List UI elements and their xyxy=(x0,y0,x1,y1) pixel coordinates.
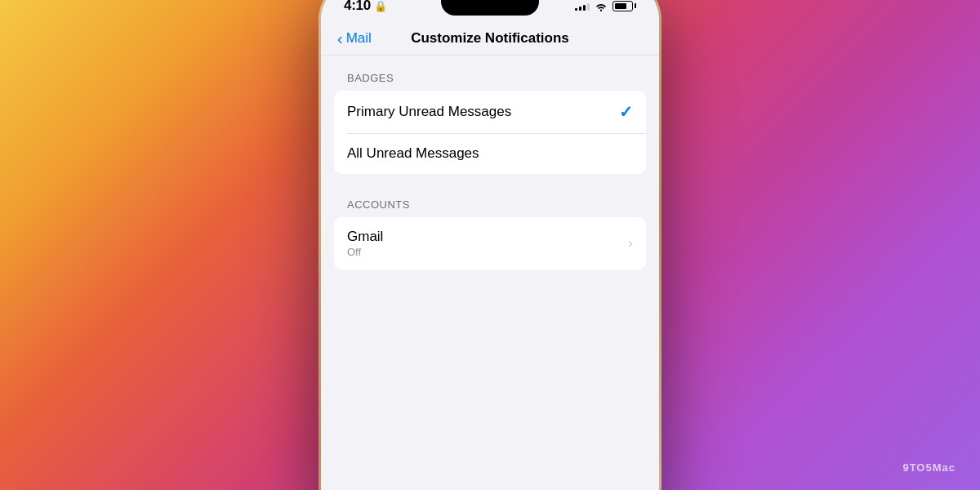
all-unread-label: All Unread Messages xyxy=(347,145,479,162)
battery-fill xyxy=(615,3,626,9)
primary-unread-item[interactable]: Primary Unread Messages ✓ xyxy=(334,91,646,133)
status-right-icons xyxy=(575,1,636,11)
nav-bar: ‹ Mail Customize Notifications xyxy=(321,22,659,56)
all-unread-item[interactable]: All Unread Messages xyxy=(334,133,646,174)
gmail-subtitle: Off xyxy=(347,246,383,258)
back-label: Mail xyxy=(346,30,372,47)
phone-wrapper: 4:10 🔒 xyxy=(318,0,662,490)
gmail-item[interactable]: Gmail Off › xyxy=(334,217,646,270)
content-area: BADGES Primary Unread Messages ✓ All Unr… xyxy=(321,56,659,310)
status-bar: 4:10 🔒 xyxy=(321,0,659,22)
gmail-chevron-icon: › xyxy=(628,235,633,252)
dynamic-island xyxy=(441,0,539,16)
primary-unread-checkmark: ✓ xyxy=(619,102,633,122)
wifi-icon xyxy=(595,1,608,11)
signal-bar-4 xyxy=(587,3,590,11)
watermark: 9TO5Mac xyxy=(902,461,956,474)
signal-bar-1 xyxy=(575,8,577,11)
accounts-section: ACCOUNTS Gmail Off › xyxy=(334,198,646,270)
phone-outer: 4:10 🔒 xyxy=(318,0,662,490)
page-title: Customize Notifications xyxy=(411,30,569,47)
signal-icon xyxy=(575,1,590,11)
signal-bar-2 xyxy=(579,7,581,11)
primary-unread-label: Primary Unread Messages xyxy=(347,104,511,120)
accounts-list-group: Gmail Off › xyxy=(334,217,646,270)
signal-bar-3 xyxy=(583,5,586,11)
accounts-section-label: ACCOUNTS xyxy=(334,198,646,211)
gmail-label: Gmail xyxy=(347,229,383,245)
battery-icon xyxy=(612,1,636,11)
back-button[interactable]: ‹ Mail xyxy=(337,30,372,47)
battery-tip xyxy=(635,3,636,8)
back-chevron-icon: ‹ xyxy=(337,30,343,47)
phone-inner: 4:10 🔒 xyxy=(321,0,659,490)
badges-section-label: BADGES xyxy=(334,72,646,84)
gmail-text-group: Gmail Off xyxy=(347,229,383,258)
status-time: 4:10 xyxy=(344,0,371,14)
lock-icon: 🔒 xyxy=(374,0,387,12)
badges-section: BADGES Primary Unread Messages ✓ All Unr… xyxy=(334,72,646,174)
badges-list-group: Primary Unread Messages ✓ All Unread Mes… xyxy=(334,91,646,174)
